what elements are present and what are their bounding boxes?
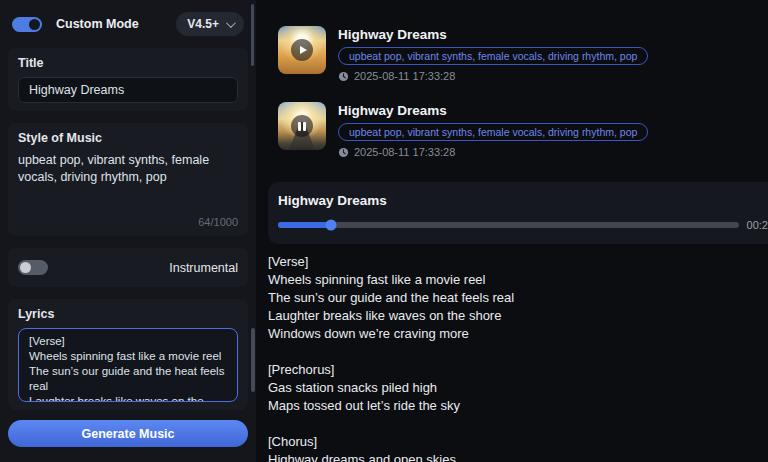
clock-icon xyxy=(338,71,349,82)
track-meta: 2025-08-11 17:33:28 xyxy=(338,70,648,82)
play-icon xyxy=(300,46,307,54)
lyric-line: [Prechorus] xyxy=(268,361,768,379)
custom-mode-label: Custom Mode xyxy=(56,17,139,31)
track-row[interactable]: Highway Dreams upbeat pop, vibrant synth… xyxy=(278,92,768,168)
lyrics-label: Lyrics xyxy=(18,307,238,321)
toggle-knob xyxy=(20,262,31,273)
sidebar-header: Custom Mode V4.5+ xyxy=(12,10,244,38)
track-title: Highway Dreams xyxy=(338,27,648,42)
track-meta: 2025-08-11 17:33:28 xyxy=(338,146,648,158)
progress-bar[interactable] xyxy=(278,222,739,228)
track-tags-pill[interactable]: upbeat pop, vibrant synths, female vocal… xyxy=(338,123,648,141)
version-label: V4.5+ xyxy=(187,17,219,31)
lyric-line xyxy=(268,343,768,361)
lyric-line: Laughter breaks like waves on the shore xyxy=(268,307,768,325)
elapsed-time: 00:2 xyxy=(747,219,768,231)
lyric-line: Gas station snacks piled high xyxy=(268,379,768,397)
generate-music-button[interactable]: Generate Music xyxy=(8,420,248,447)
lyric-line: Windows down we’re craving more xyxy=(268,325,768,343)
pause-button[interactable] xyxy=(291,115,313,137)
progress-thumb[interactable] xyxy=(325,220,336,231)
pause-icon xyxy=(298,122,306,131)
track-info: Highway Dreams upbeat pop, vibrant synth… xyxy=(338,102,648,158)
play-button[interactable] xyxy=(291,39,313,61)
lyric-line xyxy=(268,415,768,433)
instrumental-label: Instrumental xyxy=(169,261,238,275)
track-timestamp: 2025-08-11 17:33:28 xyxy=(354,146,455,158)
style-label: Style of Music xyxy=(18,131,238,145)
track-thumbnail[interactable] xyxy=(278,26,326,74)
sidebar-scrollbar[interactable] xyxy=(251,328,255,392)
style-input[interactable]: upbeat pop, vibrant synths, female vocal… xyxy=(18,152,238,214)
track-tags-pill[interactable]: upbeat pop, vibrant synths, female vocal… xyxy=(338,47,648,65)
clock-icon xyxy=(338,147,349,158)
track-thumbnail[interactable] xyxy=(278,102,326,150)
track-title: Highway Dreams xyxy=(338,103,648,118)
title-card: Title xyxy=(8,48,248,111)
instrumental-row: Instrumental xyxy=(8,248,248,287)
lyrics-display: [Verse] Wheels spinning fast like a movi… xyxy=(268,253,768,462)
progress-fill xyxy=(278,222,331,228)
now-playing-title: Highway Dreams xyxy=(278,193,768,208)
progress-row: 00:2 xyxy=(278,219,768,231)
toggle-knob xyxy=(29,19,40,30)
lyrics-input[interactable]: [Verse] Wheels spinning fast like a movi… xyxy=(18,328,238,402)
lyrics-card: Lyrics [Verse] Wheels spinning fast like… xyxy=(8,299,248,410)
main-content: Highway Dreams upbeat pop, vibrant synth… xyxy=(256,0,768,462)
lyric-line: Wheels spinning fast like a movie reel xyxy=(268,271,768,289)
version-select[interactable]: V4.5+ xyxy=(176,12,244,36)
track-info: Highway Dreams upbeat pop, vibrant synth… xyxy=(338,26,648,82)
lyric-line: The sun’s our guide and the heat feels r… xyxy=(268,289,768,307)
chevron-down-icon xyxy=(226,18,236,28)
custom-mode-toggle[interactable] xyxy=(12,17,42,32)
sidebar: Custom Mode V4.5+ Title Style of Music u… xyxy=(0,0,256,462)
title-input[interactable] xyxy=(18,77,238,103)
lyric-line: Highway dreams and open skies xyxy=(268,451,768,462)
lyric-line: [Verse] xyxy=(268,253,768,271)
title-label: Title xyxy=(18,56,238,70)
track-timestamp: 2025-08-11 17:33:28 xyxy=(354,70,455,82)
lyrics-scrollbar[interactable] xyxy=(251,4,254,66)
player-panel: Highway Dreams 00:2 xyxy=(268,182,768,244)
instrumental-toggle[interactable] xyxy=(18,260,48,275)
style-char-counter: 64/1000 xyxy=(18,216,238,228)
lyric-line: [Chorus] xyxy=(268,433,768,451)
track-row[interactable]: Highway Dreams upbeat pop, vibrant synth… xyxy=(278,16,768,92)
style-card: Style of Music upbeat pop, vibrant synth… xyxy=(8,123,248,236)
lyric-line: Maps tossed out let’s ride the sky xyxy=(268,397,768,415)
